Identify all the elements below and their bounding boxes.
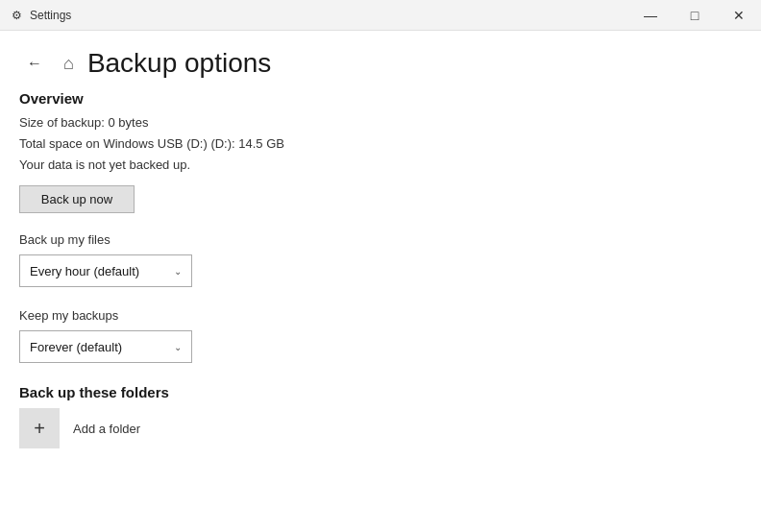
backup-frequency-value: Every hour (default) xyxy=(30,264,139,278)
plus-icon: + xyxy=(19,408,60,448)
keep-backups-select[interactable]: Forever (default) ⌄ xyxy=(19,330,192,363)
title-bar-title: Settings xyxy=(30,9,71,22)
keep-backups-label: Keep my backups xyxy=(19,308,742,323)
folders-section: Back up these folders + Add a folder xyxy=(19,384,742,448)
keep-backups-section: Keep my backups Forever (default) ⌄ xyxy=(19,308,742,363)
chevron-down-icon-2: ⌄ xyxy=(174,342,182,352)
backup-now-button[interactable]: Back up now xyxy=(19,185,135,213)
close-button[interactable]: ✕ xyxy=(717,0,761,31)
keep-backups-value: Forever (default) xyxy=(30,340,122,354)
overview-section: Overview Size of backup: 0 bytes Total s… xyxy=(19,90,742,213)
size-of-backup-text: Size of backup: 0 bytes xyxy=(19,112,742,133)
settings-icon: ⚙ xyxy=(12,9,22,22)
chevron-down-icon: ⌄ xyxy=(174,266,182,277)
add-folder-button[interactable]: + Add a folder xyxy=(19,408,742,448)
backup-frequency-section: Back up my files Every hour (default) ⌄ xyxy=(19,232,742,287)
content-area: Overview Size of backup: 0 bytes Total s… xyxy=(0,90,761,532)
backup-frequency-select[interactable]: Every hour (default) ⌄ xyxy=(19,254,192,287)
minimize-button[interactable]: — xyxy=(628,0,673,31)
folders-section-title: Back up these folders xyxy=(19,384,742,400)
title-bar-controls: — □ ✕ xyxy=(628,0,761,31)
overview-section-title: Overview xyxy=(19,90,742,107)
total-space-text: Total space on Windows USB (D:) (D:): 14… xyxy=(19,133,742,155)
backup-frequency-label: Back up my files xyxy=(19,232,742,247)
add-folder-label: Add a folder xyxy=(73,422,140,436)
title-bar-left: ⚙ Settings xyxy=(12,9,71,22)
home-icon: ⌂ xyxy=(63,54,74,74)
back-button[interactable]: ← xyxy=(19,48,50,79)
page-header: ← ⌂ Backup options xyxy=(0,31,761,90)
page-title: Backup options xyxy=(87,48,271,79)
title-bar: ⚙ Settings — □ ✕ xyxy=(0,0,761,31)
backup-status-text: Your data is not yet backed up. xyxy=(19,155,742,176)
maximize-button[interactable]: □ xyxy=(673,0,717,31)
